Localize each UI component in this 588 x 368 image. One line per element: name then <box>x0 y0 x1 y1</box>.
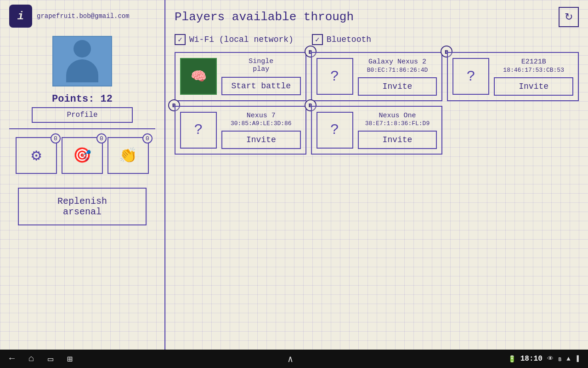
refresh-icon: ↻ <box>565 11 573 23</box>
nexus-7-info: Nexus 7 30:85:A9:LE:3D:86 Invite <box>221 111 301 150</box>
bluetooth-checkbox[interactable]: ✓ <box>312 34 323 45</box>
refresh-button[interactable]: ↻ <box>559 7 579 27</box>
invite-nexus-one-button[interactable]: Invite <box>358 131 437 149</box>
player-thumb-unknown-1: ? <box>317 58 353 95</box>
bottom-nav-bar: ← ⌂ ▭ ⊞ ∧ 🔋 18:10 👁 ʙ ▲ ▐ <box>0 350 588 368</box>
profile-button[interactable]: Profile <box>32 107 133 123</box>
nexus-7-mac: 30:85:A9:LE:3D:86 <box>231 120 292 127</box>
item-radar-box[interactable]: 0 🎯 <box>62 137 103 174</box>
nexus-one-name: Nexus One <box>379 111 416 121</box>
avatar <box>52 36 112 86</box>
back-button[interactable]: ← <box>9 353 15 365</box>
player-thumb-brain: 🧠 <box>180 58 217 95</box>
nav-chevron[interactable]: ∧ <box>288 353 293 365</box>
avatar-body <box>66 59 98 82</box>
player-thumb-unknown-2: ? <box>452 58 489 95</box>
avatar-head <box>74 40 91 58</box>
signal-icon: ▐ <box>575 355 579 362</box>
galaxy-nexus-2-name: Galaxy Nexus 2 <box>368 58 426 67</box>
question-mark-icon-2: ? <box>467 68 475 85</box>
clock-display: 18:10 <box>520 355 543 363</box>
main-content: Players available through ↻ ✓ Wi-Fi (loc… <box>165 0 588 350</box>
nexus-one-mac: 38:E7:1:8:36:FL:D9 <box>365 120 430 127</box>
single-play-info: Singleplay Start battle <box>221 58 301 95</box>
invite-galaxy-nexus-2-button[interactable]: Invite <box>358 77 437 96</box>
replenish-button[interactable]: Replenish arsenal <box>18 188 147 225</box>
item-clap-box[interactable]: 0 👏 <box>107 137 149 174</box>
e2121b-info: E2121B 18:46:17:53:CB:53 Invite <box>494 58 573 96</box>
item-gear-box[interactable]: 0 ⚙ <box>16 137 57 174</box>
player-thumb-unknown-4: ? <box>317 112 353 149</box>
wifi-status-icon: ▲ <box>566 355 570 362</box>
sidebar-header: i grapefruit.bob@gmail.com <box>9 5 155 28</box>
wifi-option[interactable]: ✓ Wi-Fi (local network) <box>175 34 294 45</box>
bluetooth-status-icon: ʙ <box>558 355 562 363</box>
player-thumb-unknown-3: ? <box>180 112 217 149</box>
battery-icon: 🔋 <box>508 355 516 363</box>
radar-icon: 🎯 <box>73 146 91 165</box>
recent-button[interactable]: ▭ <box>48 353 53 365</box>
home-button[interactable]: ⌂ <box>28 353 34 365</box>
divider <box>9 128 155 129</box>
e2121b-mac: 18:46:17:53:CB:53 <box>503 67 564 74</box>
wifi-label: Wi-Fi (local network) <box>189 35 294 44</box>
galaxy-nexus-2-card: ? Galaxy Nexus 2 B0:EC:71:86:26:4D Invit… <box>311 52 443 101</box>
e2121b-name: E2121B <box>521 58 546 67</box>
item-gear-badge: 0 <box>51 133 61 144</box>
invite-e2121b-button[interactable]: Invite <box>494 77 573 96</box>
status-bar: 🔋 18:10 👁 ʙ ▲ ▐ <box>508 355 579 363</box>
user-email: grapefruit.bob@gmail.com <box>37 12 130 20</box>
brain-icon: 🧠 <box>191 69 207 84</box>
galaxy-nexus-2-info: Galaxy Nexus 2 B0:EC:71:86:26:4D Invite <box>358 58 437 96</box>
gear-icon: ⚙ <box>31 145 41 166</box>
nav-left-icons: ← ⌂ ▭ ⊞ <box>9 353 73 365</box>
item-radar-badge: 0 <box>96 133 107 144</box>
players-grid: 🧠 Singleplay Start battle ʙ ? <box>175 52 579 155</box>
page-title: Players available through <box>175 10 354 24</box>
e2121b-wrapper: ʙ ? E2121B 18:46:17:53:CB:53 Invite <box>447 52 579 101</box>
single-play-card: 🧠 Singleplay Start battle <box>175 52 306 101</box>
app-icon: i <box>9 5 32 28</box>
sidebar: i grapefruit.bob@gmail.com Points: 12 Pr… <box>0 0 165 350</box>
nexus-one-info: Nexus One 38:E7:1:8:36:FL:D9 Invite <box>358 111 437 150</box>
single-play-name: Singleplay <box>249 58 273 73</box>
top-bar: Players available through ↻ <box>175 7 579 27</box>
nexus-7-wrapper: ʙ ? Nexus 7 30:85:A9:LE:3D:86 Invite <box>175 106 306 155</box>
nexus-7-card: ? Nexus 7 30:85:A9:LE:3D:86 Invite <box>175 106 306 155</box>
nexus-7-name: Nexus 7 <box>247 111 276 121</box>
menu-button[interactable]: ⊞ <box>67 353 73 365</box>
galaxy-nexus-2-wrapper: ʙ ? Galaxy Nexus 2 B0:EC:71:86:26:4D Inv… <box>311 52 443 101</box>
nexus-one-card: ? Nexus One 38:E7:1:8:36:FL:D9 Invite <box>311 106 443 155</box>
clap-icon: 👏 <box>119 146 137 165</box>
points-display: Points: 12 <box>52 93 113 105</box>
nexus-one-wrapper: ʙ ? Nexus One 38:E7:1:8:36:FL:D9 Invite <box>311 106 443 155</box>
bluetooth-label: Bluetooth <box>327 35 371 44</box>
start-battle-button[interactable]: Start battle <box>221 77 301 95</box>
wifi-checkbox[interactable]: ✓ <box>175 34 186 45</box>
bluetooth-option[interactable]: ✓ Bluetooth <box>312 34 371 45</box>
e2121b-card: ? E2121B 18:46:17:53:CB:53 Invite <box>447 52 579 101</box>
question-mark-icon-4: ? <box>330 121 339 138</box>
question-mark-icon-3: ? <box>194 121 203 138</box>
item-clap-badge: 0 <box>142 133 153 144</box>
question-mark-icon-1: ? <box>330 68 339 85</box>
eye-icon: 👁 <box>547 355 554 362</box>
galaxy-nexus-2-mac: B0:EC:71:86:26:4D <box>367 67 428 74</box>
invite-nexus-7-button[interactable]: Invite <box>221 131 301 149</box>
options-row: ✓ Wi-Fi (local network) ✓ Bluetooth <box>175 34 579 45</box>
items-row: 0 ⚙ 0 🎯 0 👏 <box>16 137 149 174</box>
